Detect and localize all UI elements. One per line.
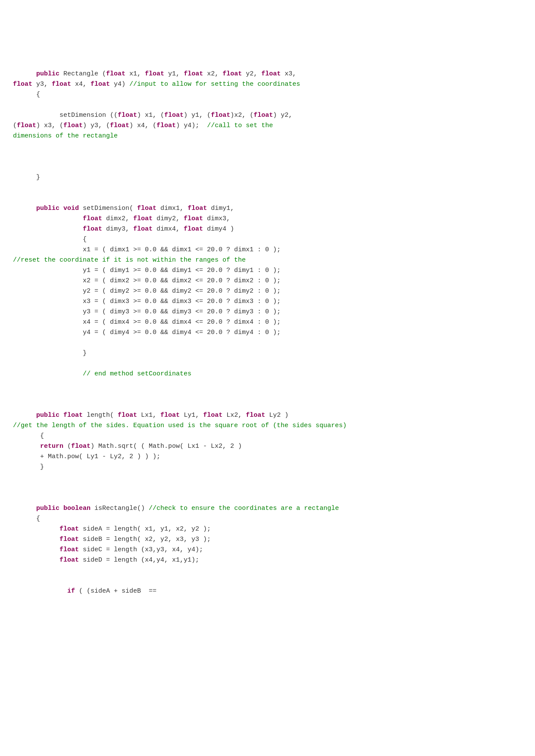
code-segment: x3,	[281, 70, 296, 78]
code-line: {	[13, 431, 522, 441]
code-line	[13, 28, 522, 38]
code-segment: //input to allow for setting the coordin…	[129, 81, 300, 88]
code-segment: sideC = length (x3,y3, x4, y4);	[79, 546, 203, 553]
code-segment: dimx4,	[153, 225, 184, 233]
code-segment: x2 = ( dimx2 >= 0.0 && dimx2 <= 20.0 ? d…	[83, 277, 281, 284]
code-line: }	[13, 172, 522, 183]
code-segment: float	[160, 412, 180, 419]
code-segment: (	[63, 443, 71, 450]
code-segment: x3 = ( dimx3 >= 0.0 && dimx3 <= 20.0 ? d…	[83, 298, 281, 305]
code-segment: x4 = ( dimx4 >= 0.0 && dimx4 <= 20.0 ? d…	[83, 319, 281, 326]
code-segment: ) x3, (	[36, 122, 63, 129]
code-segment: Lx2,	[222, 412, 246, 419]
code-line	[13, 576, 522, 586]
code-line	[13, 183, 522, 193]
code-segment: ) Math.sqrt( ( Math.pow( Lx1 - Lx2, 2 )	[91, 443, 242, 450]
code-line	[13, 100, 522, 110]
code-line: if ( (sideA + sideB ==	[13, 586, 522, 597]
code-segment: return	[40, 443, 63, 450]
code-segment: float	[133, 225, 153, 233]
code-line	[13, 141, 522, 152]
code-segment: x2,	[203, 70, 222, 78]
code-segment: float	[83, 225, 102, 233]
code-segment: dimy4 )	[203, 225, 234, 233]
code-line: float y3, float x4, float y4) //input to…	[13, 79, 522, 90]
code-segment: Rectangle (	[59, 70, 106, 78]
code-segment: float	[188, 205, 207, 212]
code-line: public float length( float Lx1, float Ly…	[13, 410, 522, 421]
code-segment: ( (sideA + sideB ==	[75, 587, 156, 595]
code-segment: dimx3,	[203, 215, 230, 222]
code-segment: ) x1, (	[137, 112, 164, 119]
code-line: {	[13, 514, 522, 524]
code-line: }	[13, 348, 522, 359]
code-line: float dimy3, float dimx4, float dimy4 )	[13, 224, 522, 234]
code-segment	[59, 205, 63, 212]
code-segment: float	[59, 556, 79, 564]
code-segment: dimy3,	[102, 225, 133, 233]
code-container: public Rectangle (float x1, float y1, fl…	[13, 17, 522, 597]
code-segment: float	[59, 546, 79, 553]
code-line: setDimension ((float) x1, (float) y1, (f…	[13, 110, 522, 121]
code-segment: void	[63, 205, 79, 212]
code-segment: float	[184, 225, 203, 233]
code-segment: ) y4);	[176, 122, 207, 129]
code-segment: float	[63, 412, 83, 419]
code-segment: Ly2 )	[265, 412, 288, 419]
code-segment: float	[211, 112, 230, 119]
code-segment: float	[110, 122, 129, 129]
code-segment: boolean	[63, 505, 91, 512]
code-segment: float	[91, 81, 110, 88]
code-line	[13, 17, 522, 28]
code-segment: setDimension(	[79, 205, 137, 212]
code-line	[13, 483, 522, 493]
code-segment: y1 = ( dimy1 >= 0.0 && dimy1 <= 20.0 ? d…	[83, 267, 281, 274]
code-segment: float	[184, 70, 203, 78]
code-segment: if	[67, 587, 75, 595]
code-line: public Rectangle (float x1, float y1, fl…	[13, 69, 522, 79]
code-line: y3 = ( dimy3 >= 0.0 && dimy3 <= 20.0 ? d…	[13, 307, 522, 317]
code-segment: ) y2,	[273, 112, 292, 119]
code-line: public void setDimension( float dimx1, f…	[13, 203, 522, 214]
code-segment: x1 = ( dimx1 >= 0.0 && dimx1 <= 20.0 ? d…	[83, 246, 281, 253]
code-segment: float	[222, 70, 242, 78]
code-segment	[59, 412, 63, 419]
code-segment: float	[145, 70, 164, 78]
code-segment: setDimension ((	[59, 112, 118, 119]
code-segment: dimx2,	[102, 215, 133, 222]
code-segment: y3,	[32, 81, 52, 88]
code-line: {	[13, 234, 522, 245]
code-segment: ) x4, (	[129, 122, 156, 129]
code-line	[13, 193, 522, 203]
code-line	[13, 379, 522, 390]
code-segment: float	[17, 122, 36, 129]
code-line: + Math.pow( Ly1 - Ly2, 2 ) ) );	[13, 452, 522, 462]
code-segment: isRectangle()	[91, 505, 149, 512]
code-segment: y4)	[110, 81, 129, 88]
code-segment: float	[106, 70, 125, 78]
code-segment: float	[13, 81, 32, 88]
code-segment: dimy2,	[153, 215, 184, 222]
code-line	[13, 48, 522, 59]
code-line: // end method setCoordinates	[13, 369, 522, 379]
code-segment: x1,	[125, 70, 145, 78]
code-line	[13, 390, 522, 400]
code-segment: float	[137, 205, 156, 212]
code-segment: dimy1,	[207, 205, 234, 212]
code-line	[13, 59, 522, 69]
code-line: y4 = ( dimy4 >= 0.0 && dimy4 <= 20.0 ? d…	[13, 328, 522, 338]
code-segment: float	[133, 215, 153, 222]
code-segment: Ly1,	[180, 412, 203, 419]
code-line	[13, 493, 522, 503]
code-segment: float	[246, 412, 265, 419]
code-line: (float) x3, (float) y3, (float) x4, (flo…	[13, 121, 522, 131]
code-line: x2 = ( dimx2 >= 0.0 && dimx2 <= 20.0 ? d…	[13, 276, 522, 286]
code-segment: length(	[83, 412, 118, 419]
code-line: float sideA = length( x1, y1, x2, y2 );	[13, 524, 522, 534]
code-line: }	[13, 462, 522, 472]
code-segment: float	[59, 525, 79, 533]
code-line: {	[13, 90, 522, 100]
code-line: float dimx2, float dimy2, float dimx3,	[13, 214, 522, 224]
code-segment: x4,	[71, 81, 91, 88]
code-line	[13, 162, 522, 172]
